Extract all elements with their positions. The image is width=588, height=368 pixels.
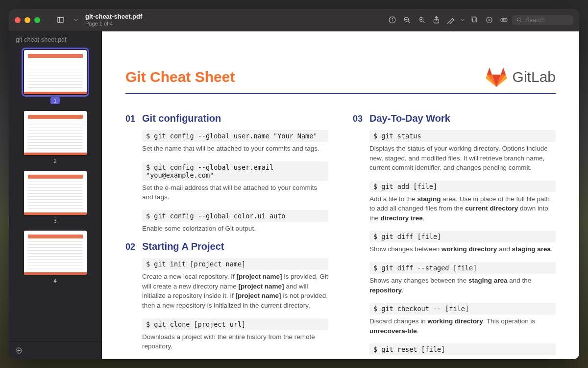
zoom-in-button[interactable] bbox=[415, 14, 428, 26]
cheat-item: $ git clone [project url]Downloads a pro… bbox=[142, 318, 328, 351]
thumbnail-page-2[interactable]: 2 bbox=[24, 111, 87, 164]
svg-line-22 bbox=[520, 21, 521, 22]
section-title: Day-To-Day Work bbox=[369, 113, 450, 124]
command-description: Create a new local repository. If [proje… bbox=[142, 272, 328, 310]
app-window: git-cheat-sheet.pdf Page 1 of 4 A git-ch… bbox=[9, 9, 579, 359]
document-viewport[interactable]: Git Cheat Sheet GitLab bbox=[102, 31, 579, 359]
cheat-item: $ git reset [file]Revert your repository… bbox=[369, 343, 556, 359]
body: git-cheat-sheet.pdf 1234 Git Cheat Sheet bbox=[9, 31, 579, 359]
thumbnail-page-4[interactable]: 4 bbox=[24, 231, 87, 284]
cheat-item: $ git init [project name]Create a new lo… bbox=[142, 258, 328, 310]
markup-button[interactable] bbox=[444, 14, 457, 26]
command-snippet: $ git config --global color.ui auto bbox=[142, 210, 328, 222]
cheat-item: $ git config --global user.email "you@ex… bbox=[142, 161, 328, 202]
section-number: 01 bbox=[125, 114, 135, 124]
command-snippet: $ git diff --staged [file] bbox=[369, 262, 556, 274]
command-snippet: $ git checkout -- [file] bbox=[369, 303, 556, 315]
section-title: Git configuration bbox=[142, 113, 221, 124]
search-field[interactable] bbox=[512, 15, 573, 25]
section-number: 02 bbox=[125, 242, 135, 252]
doc-title: Git Cheat Sheet bbox=[125, 69, 235, 85]
command-snippet: $ git diff [file] bbox=[369, 231, 556, 242]
info-button[interactable] bbox=[386, 14, 398, 26]
cheat-item: $ git add [file]Add a file to the stagin… bbox=[369, 181, 556, 223]
command-description: Shows any changes between the staging ar… bbox=[369, 276, 556, 295]
sidebar-toggle-button[interactable] bbox=[54, 14, 67, 26]
zoom-window-button[interactable] bbox=[34, 17, 40, 23]
section-title: Starting A Project bbox=[142, 241, 224, 252]
cheat-item: $ git config --global color.ui autoEnabl… bbox=[142, 210, 328, 234]
thumbnail-number: 2 bbox=[53, 158, 56, 164]
svg-point-21 bbox=[517, 18, 520, 21]
cheat-item: $ git config --global user.name "Your Na… bbox=[142, 130, 328, 154]
section-head: 03Day-To-Day Work bbox=[353, 113, 556, 124]
section-head: 02Starting A Project bbox=[125, 241, 328, 252]
command-description: Enable some colorization of Git output. bbox=[142, 224, 328, 234]
highlight-button[interactable]: A bbox=[483, 14, 495, 26]
command-description: Revert your repository to a previous kno… bbox=[369, 357, 556, 359]
gitlab-logo: GitLab bbox=[485, 66, 556, 88]
svg-rect-14 bbox=[471, 17, 476, 21]
markup-menu-chevron[interactable] bbox=[459, 14, 466, 26]
cheat-item: $ git statusDisplays the status of your … bbox=[369, 130, 556, 173]
command-description: Displays the status of your working dire… bbox=[369, 144, 556, 173]
svg-line-6 bbox=[408, 21, 410, 23]
svg-point-18 bbox=[502, 20, 502, 20]
right-column: 03Day-To-Day Work$ git statusDisplays th… bbox=[353, 107, 556, 359]
thumbnail-list[interactable]: 1234 bbox=[9, 46, 101, 341]
page-indicator: Page 1 of 4 bbox=[85, 21, 142, 27]
svg-text:A: A bbox=[488, 18, 490, 22]
document-filename: git-cheat-sheet.pdf bbox=[85, 13, 142, 21]
section-head: 01Git configuration bbox=[125, 113, 328, 124]
svg-point-4 bbox=[392, 18, 392, 19]
command-description: Set the name that will be attached to yo… bbox=[142, 144, 328, 154]
rotate-button[interactable] bbox=[468, 14, 481, 26]
svg-rect-13 bbox=[472, 18, 477, 22]
cheat-item: $ git diff [file]Show changes between wo… bbox=[369, 231, 556, 254]
left-column: 01Git configuration$ git config --global… bbox=[125, 107, 328, 359]
command-snippet: $ git config --global user.name "Your Na… bbox=[142, 130, 328, 142]
thumbnail-preview bbox=[24, 50, 87, 94]
close-window-button[interactable] bbox=[15, 17, 21, 23]
gitlab-icon bbox=[485, 66, 508, 88]
title-block: git-cheat-sheet.pdf Page 1 of 4 bbox=[85, 13, 142, 27]
pdf-page-1: Git Cheat Sheet GitLab bbox=[102, 31, 579, 359]
window-controls bbox=[15, 17, 40, 23]
brand-name: GitLab bbox=[513, 69, 556, 85]
add-page-button[interactable] bbox=[14, 345, 24, 355]
section-number: 03 bbox=[353, 114, 363, 124]
thumbnail-preview bbox=[24, 111, 87, 155]
command-snippet: $ git init [project name] bbox=[142, 258, 328, 270]
share-button[interactable] bbox=[430, 14, 442, 26]
thumbnail-number: 4 bbox=[53, 278, 56, 284]
thumbnail-number: 3 bbox=[53, 218, 56, 224]
toolbar: A bbox=[386, 14, 573, 26]
command-snippet: $ git reset [file] bbox=[369, 343, 556, 355]
command-description: Show changes between working directory a… bbox=[369, 244, 556, 254]
sidebar-filename: git-cheat-sheet.pdf bbox=[9, 31, 101, 46]
command-description: Set the e-mail address that will be atta… bbox=[142, 183, 328, 202]
minimize-window-button[interactable] bbox=[24, 17, 30, 23]
sidebar-footer bbox=[9, 341, 101, 359]
search-icon bbox=[516, 17, 522, 23]
svg-line-9 bbox=[422, 21, 424, 23]
thumbnail-sidebar: git-cheat-sheet.pdf 1234 bbox=[9, 31, 102, 359]
thumbnail-preview bbox=[24, 231, 87, 275]
thumbnail-number: 1 bbox=[50, 97, 59, 104]
cheat-item: $ git diff --staged [file]Shows any chan… bbox=[369, 262, 556, 295]
sidebar-menu-chevron[interactable] bbox=[73, 14, 79, 26]
svg-rect-0 bbox=[57, 18, 64, 23]
command-snippet: $ git status bbox=[369, 130, 556, 142]
titlebar: git-cheat-sheet.pdf Page 1 of 4 A bbox=[9, 9, 579, 31]
svg-point-20 bbox=[504, 20, 505, 20]
search-input[interactable] bbox=[525, 17, 569, 24]
command-description: Downloads a project with the entire hist… bbox=[142, 332, 328, 351]
form-fill-button[interactable] bbox=[497, 14, 510, 26]
command-snippet: $ git add [file] bbox=[369, 181, 556, 192]
zoom-out-button[interactable] bbox=[400, 14, 413, 26]
header-rule bbox=[125, 93, 556, 94]
thumbnail-page-3[interactable]: 3 bbox=[24, 171, 87, 224]
command-snippet: $ git clone [project url] bbox=[142, 318, 328, 330]
thumbnail-page-1[interactable]: 1 bbox=[24, 50, 87, 104]
command-snippet: $ git config --global user.email "you@ex… bbox=[142, 161, 328, 181]
